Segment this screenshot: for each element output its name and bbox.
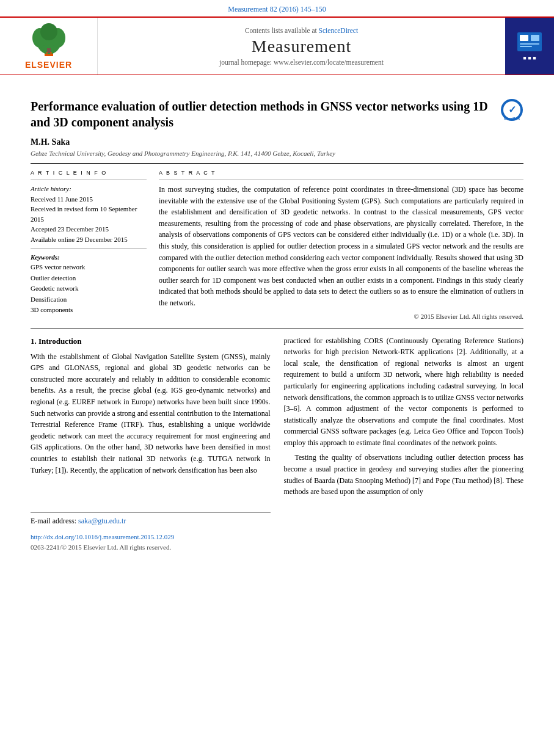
keyword-2: Outlier detection [31,273,147,284]
email-footnote: E-mail address: saka@gtu.edu.tr [31,515,271,527]
body-section: 1. Introduction With the establishment o… [31,335,523,553]
body-col-left: 1. Introduction With the establishment o… [31,335,271,553]
body-right-p2: Testing the quality of observations incl… [284,452,524,497]
citation-text: Measurement 82 (2016) 145–150 [228,5,326,13]
svg-text:CrossMark: CrossMark [504,117,520,120]
email-link[interactable]: saka@gtu.edu.tr [78,517,126,525]
journal-center: Contents lists available at ScienceDirec… [98,18,505,75]
homepage-line: journal homepage: www.elsevier.com/locat… [219,59,384,66]
keyword-4: Densification [31,294,147,305]
doi-line: http://dx.doi.org/10.1016/j.measurement.… [31,532,271,553]
title-divider [31,163,523,164]
keywords-block: Keywords: GPS vector network Outlier det… [31,253,147,316]
body-right-p1: practiced for establishing CORS (Continu… [284,335,524,449]
abstract-col: A B S T R A C T In most surveying studie… [159,170,523,320]
author-affiliation: Gebze Technical University, Geodesy and … [31,150,523,157]
article-info-col: A R T I C L E I N F O Article history: R… [31,170,147,320]
svg-point-4 [40,23,57,40]
body-left-p1: With the establishment of Global Navigat… [31,351,271,476]
body-col-right: practiced for establishing CORS (Continu… [284,335,524,553]
copyright-line: © 2015 Elsevier Ltd. All rights reserved… [159,313,523,320]
abstract-divider [159,180,523,180]
sciencedirect-link[interactable]: ScienceDirect [319,27,359,34]
intro-title-text: Introduction [38,336,82,346]
svg-rect-9 [520,35,528,41]
page: Measurement 82 (2016) 145–150 ELSEVIER [0,0,554,756]
info-divider-top [31,180,147,180]
svg-rect-12 [520,46,532,47]
available-date: Available online 29 December 2015 [31,234,147,245]
history-label: Article history: [31,184,147,194]
keyword-1: GPS vector network [31,262,147,273]
svg-rect-10 [531,35,539,41]
info-abstract-section: A R T I C L E I N F O Article history: R… [31,170,523,320]
journal-title: Measurement [252,37,351,56]
crossmark-badge[interactable]: ✓ CrossMark [500,98,523,122]
doi-link[interactable]: http://dx.doi.org/10.1016/j.measurement.… [31,533,174,540]
journal-logo-icon [516,31,543,53]
abstract-header: A B S T R A C T [159,170,523,176]
accepted-date: Accepted 23 December 2015 [31,224,147,234]
svg-rect-7 [50,52,52,54]
intro-section-title: 1. Introduction [31,335,271,347]
elsevier-tree-icon [21,23,76,58]
title-area: Performance evaluation of outlier detect… [31,98,523,157]
svg-rect-6 [46,52,48,54]
keyword-5: 3D components [31,305,147,316]
author-name: M.H. Saka [31,137,523,147]
contents-line: Contents lists available at ScienceDirec… [245,27,358,34]
article-title-block: Performance evaluation of outlier detect… [31,98,523,130]
issn-line: 0263-2241/© 2015 Elsevier Ltd. All right… [31,542,271,553]
article-info-header: A R T I C L E I N F O [31,170,147,176]
svg-text:✓: ✓ [508,104,516,115]
svg-rect-11 [520,43,539,45]
info-divider-mid [31,248,147,249]
article-history-block: Article history: Received 11 June 2015 R… [31,184,147,244]
keywords-label: Keywords: [31,253,147,261]
received-date: Received 11 June 2015 [31,194,147,205]
footnote-divider [31,512,271,513]
received-revised-date: Received in revised form 10 September 20… [31,204,147,224]
keyword-3: Geodetic network [31,283,147,294]
journal-header: ELSEVIER Contents lists available at Sci… [0,16,554,75]
footnote-area: E-mail address: saka@gtu.edu.tr [31,512,271,527]
abstract-text: In most surveying studies, the computati… [159,184,523,309]
elsevier-logo: ELSEVIER [0,18,98,75]
journal-right-text: ■ ■ ■ [523,55,536,61]
journal-right-box: ■ ■ ■ [505,18,554,75]
article-title-text: Performance evaluation of outlier detect… [31,98,500,130]
article-content: Performance evaluation of outlier detect… [0,75,554,565]
crossmark-icon: ✓ CrossMark [500,98,523,122]
citation-bar: Measurement 82 (2016) 145–150 [0,0,554,16]
elsevier-wordmark: ELSEVIER [25,60,72,70]
body-divider [31,329,523,329]
